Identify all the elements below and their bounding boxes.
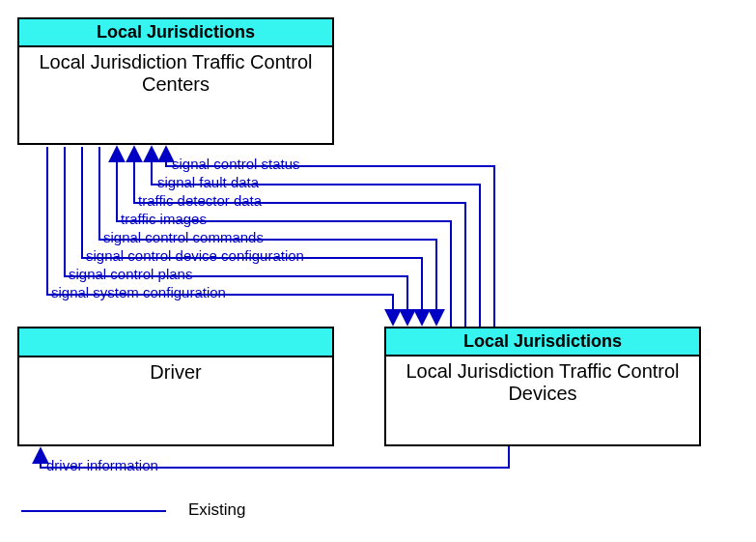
label-traffic-images: traffic images [121, 211, 207, 227]
label-signal-fault-data: signal fault data [157, 174, 259, 190]
node-driver: Driver [17, 327, 334, 446]
label-signal-system-configuration: signal system configuration [51, 284, 226, 300]
legend-existing-line [21, 510, 166, 512]
node-title: Local Jurisdiction Traffic Control Devic… [386, 357, 699, 405]
node-title: Driver [19, 357, 332, 384]
node-header [19, 328, 332, 357]
label-signal-control-plans: signal control plans [69, 266, 192, 282]
node-header: Local Jurisdictions [386, 328, 699, 357]
label-traffic-detector-data: traffic detector data [138, 192, 262, 209]
legend-existing-label: Existing [188, 500, 246, 520]
label-signal-control-status: signal control status [172, 156, 300, 172]
node-title: Local Jurisdiction Traffic Control Cente… [19, 47, 332, 96]
label-signal-control-commands: signal control commands [103, 229, 264, 245]
label-driver-information: driver information [46, 457, 158, 473]
node-local-jurisdiction-traffic-control-devices: Local Jurisdictions Local Jurisdiction T… [384, 327, 701, 446]
label-signal-control-device-configuration: signal control device configuration [86, 247, 304, 264]
node-header: Local Jurisdictions [19, 19, 332, 47]
node-local-jurisdiction-traffic-control-centers: Local Jurisdictions Local Jurisdiction T… [17, 17, 334, 145]
